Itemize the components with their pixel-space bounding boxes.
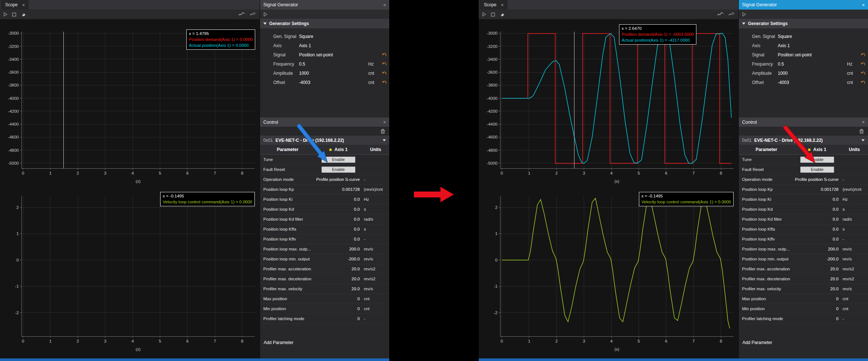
parameter-row[interactable]: Position loop Kp 0.001728 (rev/s)/cnt bbox=[739, 185, 868, 194]
enable-button[interactable]: Enable bbox=[321, 167, 355, 173]
clear-button[interactable] bbox=[21, 12, 26, 17]
parameter-row[interactable]: Position loop max. outp... 200.0 rev/s bbox=[260, 244, 389, 254]
parameter-row[interactable]: Profiler latching mode 0 - bbox=[739, 314, 868, 324]
parameter-value[interactable]: 0.0 bbox=[354, 237, 362, 241]
parameter-value[interactable]: 0.0 bbox=[833, 227, 840, 231]
device-dropdown[interactable] bbox=[861, 139, 865, 141]
field-value[interactable]: 1000 bbox=[299, 71, 309, 76]
parameter-row[interactable]: Position loop Ki 0.0 Hz bbox=[260, 194, 389, 204]
field-value[interactable]: Square bbox=[299, 34, 313, 39]
parameter-row[interactable]: Profiler latching mode 0 - bbox=[260, 314, 389, 324]
parameter-value[interactable]: 0.0 bbox=[833, 217, 840, 221]
parameter-row[interactable]: Min position 0 cnt bbox=[260, 304, 389, 314]
undo-button[interactable] bbox=[860, 80, 867, 84]
parameter-row[interactable]: Max position 0 cnt bbox=[260, 294, 389, 304]
device-dropdown[interactable] bbox=[383, 139, 386, 141]
parameter-value[interactable]: Profile position S-curve bbox=[795, 177, 840, 182]
parameter-row[interactable]: Position loop Kp 0.001728 (rev/s)/cnt bbox=[260, 185, 389, 194]
play-button[interactable] bbox=[4, 12, 7, 17]
close-icon[interactable]: × bbox=[862, 120, 865, 125]
parameter-row[interactable]: Position loop Kffv 0.0 - bbox=[260, 234, 389, 244]
undo-button[interactable] bbox=[860, 71, 867, 75]
parameter-row[interactable]: Profiler max. velocity 20.0 rev/s bbox=[739, 284, 868, 294]
signal-style-button[interactable] bbox=[717, 12, 724, 17]
parameter-value[interactable]: -200.0 bbox=[826, 257, 840, 261]
parameter-row[interactable]: Fault Reset Enable bbox=[260, 165, 389, 175]
parameter-value[interactable]: 0 bbox=[836, 297, 840, 301]
parameter-row[interactable]: Position loop min. output -200.0 rev/s bbox=[739, 254, 868, 264]
parameter-value[interactable]: 20.0 bbox=[352, 287, 362, 291]
field-value[interactable]: 0.5 bbox=[299, 62, 305, 67]
parameter-value[interactable]: 0 bbox=[836, 316, 840, 321]
add-parameter-button[interactable]: Add Parameter bbox=[742, 340, 772, 345]
position-chart[interactable]: 012345678-3000-3200-3400-3600-3800-4000-… bbox=[479, 19, 738, 190]
parameter-value[interactable]: 0 bbox=[836, 306, 840, 311]
parameter-value[interactable]: 0 bbox=[358, 297, 362, 301]
parameter-value[interactable]: 0 bbox=[358, 306, 362, 311]
parameter-row[interactable]: Position loop Kd filter 0.0 rad/s bbox=[260, 214, 389, 224]
parameter-row[interactable]: Tune Enable bbox=[260, 155, 389, 165]
parameter-value[interactable]: 20.0 bbox=[830, 267, 840, 271]
parameter-row[interactable]: Max position 0 cnt bbox=[739, 294, 868, 304]
field-value[interactable]: 1000 bbox=[778, 71, 788, 76]
parameter-value[interactable]: 0.001728 bbox=[821, 187, 840, 192]
control-titlebar[interactable]: Control × bbox=[739, 118, 868, 127]
delete-button[interactable] bbox=[381, 129, 385, 134]
parameter-row[interactable]: Position loop Kffa 0.0 s bbox=[260, 224, 389, 234]
enable-button[interactable]: Enable bbox=[321, 157, 355, 163]
generator-settings-header[interactable]: Generator Settings bbox=[260, 19, 389, 28]
parameter-row[interactable]: Position loop Kd 0.0 s bbox=[739, 204, 868, 214]
parameter-value[interactable]: 20.0 bbox=[830, 277, 840, 281]
undo-button[interactable] bbox=[860, 53, 867, 57]
device-selector[interactable]: 0x01 EVE-NET-C - Drive (192.168.2.22) bbox=[739, 136, 868, 145]
parameter-row[interactable]: Operation mode Profile position S-curve … bbox=[260, 175, 389, 185]
parameter-value[interactable]: 0.0 bbox=[354, 227, 362, 231]
delete-button[interactable] bbox=[860, 129, 864, 134]
parameter-row[interactable]: Position loop Kd 0.0 s bbox=[260, 204, 389, 214]
parameter-value[interactable]: 0 bbox=[358, 316, 362, 321]
parameter-value[interactable]: 0.0 bbox=[354, 197, 362, 201]
undo-button[interactable] bbox=[860, 62, 867, 66]
signal-generator-titlebar[interactable]: Signal Generator × bbox=[739, 0, 868, 10]
field-value[interactable]: 0.5 bbox=[778, 62, 784, 67]
parameter-value[interactable]: 0.0 bbox=[833, 207, 840, 211]
parameter-row[interactable]: Profiler max. acceleration 20.0 rev/s2 bbox=[260, 264, 389, 274]
parameter-value[interactable]: 20.0 bbox=[352, 267, 362, 271]
parameter-value[interactable]: 20.0 bbox=[830, 287, 840, 291]
stop-button[interactable] bbox=[12, 13, 16, 17]
parameter-value[interactable]: 0.0 bbox=[833, 237, 840, 241]
tab-scope[interactable]: Scope × bbox=[1, 0, 29, 10]
undo-button[interactable] bbox=[382, 53, 388, 57]
signal-markers-button[interactable] bbox=[728, 12, 735, 17]
parameter-value[interactable]: 0.0 bbox=[833, 197, 840, 201]
generator-play-button[interactable] bbox=[742, 12, 746, 17]
enable-button[interactable]: Enable bbox=[800, 167, 834, 173]
undo-button[interactable] bbox=[382, 80, 388, 84]
close-icon[interactable]: × bbox=[383, 120, 386, 125]
parameter-row[interactable]: Position loop Kd filter 0.0 rad/s bbox=[739, 214, 868, 224]
field-value[interactable]: Position set-point bbox=[778, 52, 812, 57]
control-titlebar[interactable]: Control × bbox=[260, 118, 389, 127]
parameter-row[interactable]: Position loop Ki 0.0 Hz bbox=[739, 194, 868, 204]
parameter-row[interactable]: Profiler max. deceleration 20.0 rev/s2 bbox=[739, 274, 868, 284]
parameter-row[interactable]: Operation mode Profile position S-curve … bbox=[739, 175, 868, 185]
signal-style-button[interactable] bbox=[239, 12, 245, 17]
parameter-value[interactable]: 0.0 bbox=[354, 207, 362, 211]
parameter-row[interactable]: Profiler max. acceleration 20.0 rev/s2 bbox=[739, 264, 868, 274]
parameter-row[interactable]: Profiler max. deceleration 20.0 rev/s2 bbox=[260, 274, 389, 284]
parameter-value[interactable]: 200.0 bbox=[828, 247, 840, 251]
add-parameter-button[interactable]: Add Parameter bbox=[264, 340, 294, 345]
field-value[interactable]: Square bbox=[778, 34, 792, 39]
parameter-row[interactable]: Profiler max. velocity 20.0 rev/s bbox=[260, 284, 389, 294]
undo-button[interactable] bbox=[382, 71, 388, 75]
signal-generator-titlebar[interactable]: Signal Generator × bbox=[260, 0, 389, 10]
parameter-row[interactable]: Position loop min. output -200.0 rev/s bbox=[260, 254, 389, 264]
play-button[interactable] bbox=[482, 12, 486, 17]
generator-settings-header[interactable]: Generator Settings bbox=[739, 19, 868, 28]
parameter-value[interactable]: Profile position S-curve bbox=[316, 177, 362, 182]
close-icon[interactable]: × bbox=[501, 3, 504, 7]
field-value[interactable]: Axis 1 bbox=[299, 43, 311, 48]
field-value[interactable]: -4003 bbox=[778, 80, 789, 85]
field-value[interactable]: -4003 bbox=[299, 80, 310, 85]
parameter-row[interactable]: Fault Reset Enable bbox=[739, 165, 868, 175]
